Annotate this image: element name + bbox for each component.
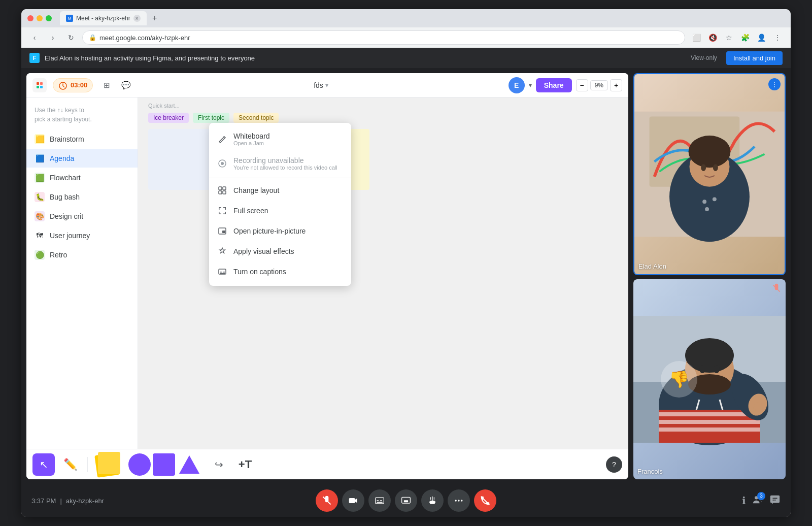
svg-rect-1 [40, 82, 43, 85]
user-avatar[interactable]: E [509, 77, 525, 93]
figma-right-tools: E ▾ Share − 9% + [509, 77, 622, 93]
layout-hint: Use the ↑↓ keys topick a starting layout… [26, 106, 138, 130]
back-button[interactable]: ‹ [27, 30, 42, 45]
menu-item-visual-effects[interactable]: Apply visual effects [209, 241, 351, 261]
extensions-icon[interactable]: 🧩 [738, 30, 752, 45]
zoom-out-button[interactable]: − [576, 79, 588, 91]
whiteboard-content: Whiteboard Open a Jam [233, 132, 270, 146]
zoom-in-button[interactable]: + [610, 79, 622, 91]
active-tab[interactable]: M Meet - aky-hzpk-ehr × [60, 11, 147, 25]
change-layout-label: Change layout [233, 186, 279, 194]
shape-tools-group [128, 453, 201, 476]
svg-rect-49 [377, 500, 379, 501]
camera-button[interactable] [342, 489, 364, 512]
participants-button[interactable]: 3 [752, 494, 763, 508]
arrow-tool[interactable]: ↪ [208, 453, 230, 476]
separator: | [60, 497, 61, 505]
end-call-button[interactable] [474, 489, 496, 512]
tab-close-button[interactable]: × [133, 15, 141, 22]
view-only-button[interactable]: View-only [687, 52, 721, 63]
avatar-dropdown-icon[interactable]: ▾ [529, 82, 532, 89]
cursor-tool[interactable]: ↖ [32, 453, 55, 476]
canvas-center[interactable]: Quick start... Ice breaker First topic S… [138, 97, 628, 449]
svg-rect-10 [223, 191, 226, 194]
menu-item-captions[interactable]: Turn on captions [209, 261, 351, 282]
note-tool-stack[interactable] [94, 452, 122, 477]
install-join-button[interactable]: Install and join [726, 51, 783, 65]
figma-logo: F [29, 53, 40, 63]
profile-icon[interactable]: 👤 [754, 30, 768, 45]
template-retro[interactable]: 🟢 Retro [26, 246, 138, 264]
microphone-button[interactable] [316, 489, 338, 512]
svg-rect-54 [430, 501, 435, 504]
text-tool[interactable]: +T [234, 453, 256, 476]
template-agenda[interactable]: 🟦 Agenda [26, 149, 138, 168]
svg-point-39 [699, 365, 705, 373]
forward-button[interactable]: › [46, 30, 60, 45]
francois-video: 👎 [633, 279, 786, 479]
present-button[interactable] [395, 489, 417, 512]
menu-item-whiteboard[interactable]: Whiteboard Open a Jam [209, 127, 351, 151]
user-journey-icon: 🗺 [35, 231, 45, 241]
brainstorm-icon: 🟨 [35, 134, 45, 144]
menu-item-fullscreen[interactable]: Full screen [209, 201, 351, 221]
menu-item-change-layout[interactable]: Change layout [209, 180, 351, 201]
triangle-shape-tool[interactable] [179, 455, 199, 474]
chat-icon[interactable] [769, 494, 781, 508]
whiteboard-label: Whiteboard [233, 132, 270, 140]
svg-rect-35 [659, 428, 760, 432]
elad-more-button[interactable]: ⋮ [768, 78, 781, 90]
minimize-window-button[interactable] [37, 15, 43, 21]
nav-icons: ⬜ 🔇 ☆ 🧩 👤 ⋮ [689, 30, 785, 45]
mute-icon[interactable]: 🔇 [705, 30, 720, 45]
video-panels: ⋮ Elad Alon [633, 73, 786, 479]
comment-icon[interactable]: 💬 [118, 78, 133, 93]
circle-shape-tool[interactable] [128, 453, 151, 476]
pip-icon [217, 226, 227, 236]
address-bar[interactable]: 🔒 meet.google.com/aky-hzpk-ehr [82, 30, 685, 45]
time-label: 3:37 PM | aky-hzpk-ehr [31, 497, 104, 505]
figma-toolbar-logo[interactable] [32, 78, 47, 92]
svg-rect-15 [223, 272, 225, 273]
share-button[interactable]: Share [536, 78, 572, 92]
chevron-down-icon[interactable]: ▾ [325, 82, 328, 89]
template-design-crit[interactable]: 🎨 Design crit [26, 207, 138, 225]
template-bug-bash[interactable]: 🐛 Bug bash [26, 188, 138, 206]
visual-effects-icon [217, 246, 227, 256]
nav-bar: ‹ › ↻ 🔒 meet.google.com/aky-hzpk-ehr ⬜ 🔇… [21, 27, 791, 48]
refresh-button[interactable]: ↻ [64, 30, 78, 45]
maximize-window-button[interactable] [46, 15, 52, 21]
figma-toolbar: 03:00 ⊞ 💬 fds ▾ E ▾ Share [26, 73, 628, 97]
figma-title: fds ▾ [140, 81, 502, 89]
flowchart-label: Flowchart [50, 174, 81, 182]
whiteboard-icon [217, 134, 227, 144]
svg-rect-51 [377, 502, 383, 503]
template-user-journey[interactable]: 🗺 User journey [26, 226, 138, 245]
svg-rect-7 [219, 187, 222, 190]
menu-item-pip[interactable]: Open picture-in-picture [209, 221, 351, 241]
bottom-controls-bar: 3:37 PM | aky-hzpk-ehr [21, 484, 791, 517]
captions-icon [217, 267, 227, 277]
rect-shape-tool[interactable] [153, 453, 175, 476]
zoom-level[interactable]: 9% [590, 80, 608, 90]
more-options-button[interactable] [448, 489, 470, 512]
captions-button[interactable] [368, 489, 391, 512]
help-button[interactable]: ? [606, 456, 622, 473]
new-tab-button[interactable]: + [149, 12, 161, 24]
tool-separator-1 [87, 457, 88, 472]
notification-bar: F Elad Alon is hosting an activity using… [21, 48, 791, 68]
pencil-tool[interactable]: ✏️ [59, 453, 81, 476]
bookmark-icon[interactable]: ☆ [722, 30, 736, 45]
cast-icon[interactable]: ⬜ [689, 30, 703, 45]
tab-bar: M Meet - aky-hzpk-ehr × + [60, 11, 785, 25]
url-text: meet.google.com/aky-hzpk-ehr [99, 34, 190, 42]
menu-icon[interactable]: ⋮ [770, 30, 785, 45]
template-brainstorm[interactable]: 🟨 Brainstorm [26, 130, 138, 148]
template-flowchart[interactable]: 🟩 Flowchart [26, 169, 138, 187]
close-window-button[interactable] [27, 15, 33, 21]
hand-raise-button[interactable] [421, 489, 444, 512]
info-icon[interactable]: ℹ [742, 495, 746, 507]
grid-view-icon[interactable]: ⊞ [99, 78, 114, 93]
recording-subtitle: You're not allowed to record this video … [233, 165, 337, 171]
figma-title-text: fds [314, 81, 323, 89]
